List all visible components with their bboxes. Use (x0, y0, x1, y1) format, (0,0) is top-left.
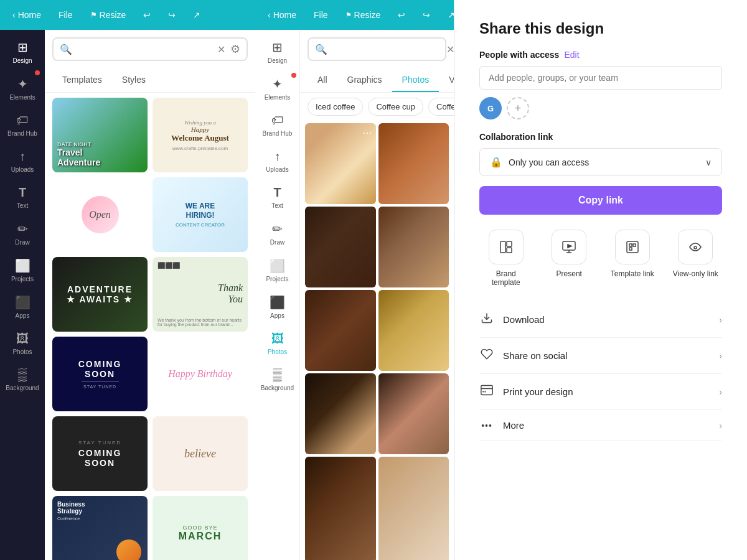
uploads-icon: ↑ (275, 149, 281, 164)
template-card[interactable]: GOOD BYE MARCH (153, 496, 248, 560)
svg-rect-12 (481, 386, 492, 395)
middle-home-button[interactable]: ‹ Home (263, 7, 301, 22)
access-dropdown[interactable]: 🔒 Only you can access ∨ (479, 148, 722, 176)
more-label: More (503, 420, 710, 431)
add-user-button[interactable]: + (507, 97, 529, 119)
middle-resize-button[interactable]: ⚑ Resize (341, 7, 386, 22)
chevron-left-icon: ‹ (268, 10, 271, 20)
left-undo-button[interactable]: ↩ (138, 7, 156, 22)
mid-sidebar-text[interactable]: T Text (258, 180, 298, 214)
edit-link[interactable]: Edit (564, 50, 579, 60)
mid-sidebar-uploads[interactable]: ↑ Uploads (258, 144, 298, 178)
middle-clear-icon[interactable]: ✕ (446, 44, 454, 55)
sidebar-item-uploads[interactable]: ↑ Uploads (2, 144, 42, 178)
template-grid: DATE NIGHT Travel Adventure Wishing you … (45, 93, 255, 560)
coffee-photo[interactable] (305, 373, 376, 454)
view-only-icon (678, 230, 713, 264)
view-only-label: View-only link (673, 269, 718, 278)
mid-sidebar-photos[interactable]: 🖼 Photos (258, 327, 298, 360)
template-card[interactable]: believe (153, 416, 248, 491)
middle-search-input[interactable]: coffee (332, 44, 441, 54)
mid-sidebar-design[interactable]: ⊞ Design (258, 35, 298, 69)
sidebar-item-projects[interactable]: ⬜ Projects (2, 253, 42, 287)
tab-templates[interactable]: Templates (52, 68, 112, 92)
mid-sidebar-apps[interactable]: ⬛ Apps (258, 290, 298, 324)
middle-file-button[interactable]: File (309, 7, 333, 22)
coffee-photo[interactable] (378, 290, 449, 371)
share-option-view-only[interactable]: View-only link (669, 230, 723, 287)
sidebar-item-design[interactable]: ⊞ Design (2, 35, 42, 69)
mid-sidebar-projects[interactable]: ⬜ Projects (258, 253, 298, 287)
sidebar-item-brand-hub[interactable]: 🏷 Brand Hub (2, 108, 42, 142)
sidebar-item-apps[interactable]: ⬛ Apps (2, 290, 42, 324)
sidebar-item-text[interactable]: T Text (2, 180, 42, 214)
template-card[interactable]: COMINGSOON STAY TUNED (52, 337, 148, 411)
tab-videos[interactable]: Videos (439, 68, 454, 92)
left-home-button[interactable]: ‹ Home (7, 7, 46, 22)
projects-icon: ⬜ (15, 258, 31, 273)
tab-graphics[interactable]: Graphics (337, 68, 392, 92)
left-filter-icon[interactable]: ⚙ (230, 42, 240, 56)
more-icon[interactable]: ⋯ (362, 127, 372, 139)
share-option-template-link[interactable]: Template link (606, 230, 659, 287)
template-card[interactable]: ADVENTURE★ AWAITS ★ (52, 257, 148, 332)
middle-search-bar: 🔍 coffee ✕ ⚙ (308, 37, 446, 61)
template-card[interactable]: BusinessStrategyConference (52, 496, 148, 560)
tab-all[interactable]: All (308, 68, 337, 92)
left-search-input[interactable]: poster (77, 44, 212, 54)
coffee-photo[interactable] (378, 123, 449, 204)
coffee-photo[interactable] (305, 207, 376, 287)
template-card[interactable]: WE AREHIRING! CONTENT CREATOR (153, 177, 248, 252)
template-card[interactable]: Happy Birthday (153, 337, 248, 411)
resize-icon: ⚑ (90, 11, 97, 19)
template-link-label: Template link (611, 269, 654, 278)
action-more[interactable]: ••• More › (479, 410, 722, 441)
left-file-button[interactable]: File (54, 7, 78, 22)
middle-redo-button[interactable]: ↪ (418, 7, 435, 22)
share-option-brand-template[interactable]: Brandtemplate (479, 230, 533, 287)
avatar-row: G + (479, 97, 722, 119)
left-share-button[interactable]: ↗ (188, 7, 205, 22)
elements-badge (291, 73, 296, 78)
tab-photos[interactable]: Photos (392, 68, 439, 92)
sidebar-item-elements[interactable]: ✦ Elements (2, 72, 42, 106)
mid-sidebar-brand[interactable]: 🏷 Brand Hub (258, 108, 298, 142)
mid-sidebar-elements[interactable]: ✦ Elements (258, 72, 298, 106)
sidebar-item-photos[interactable]: 🖼 Photos (2, 327, 42, 360)
coffee-photo[interactable] (378, 373, 449, 454)
template-card[interactable]: Wishing you a Happy Welcome August www.c… (153, 98, 248, 172)
action-download[interactable]: Download › (479, 302, 722, 338)
action-print[interactable]: Print your design › (479, 374, 722, 410)
left-clear-icon[interactable]: ✕ (217, 44, 225, 55)
middle-share-button[interactable]: ↗ (443, 7, 454, 22)
people-access-label: People with access (479, 50, 559, 60)
mid-sidebar-draw[interactable]: ✏ Draw (258, 217, 298, 251)
coffee-photo[interactable] (378, 207, 449, 287)
action-share-social[interactable]: Share on social › (479, 338, 722, 374)
coffee-photo[interactable] (305, 457, 376, 560)
share-social-chevron: › (719, 351, 722, 361)
left-redo-button[interactable]: ↪ (163, 7, 181, 22)
coffee-photo[interactable]: ⋯ (305, 123, 376, 204)
chip-coffee-cup[interactable]: Coffee cup (368, 98, 423, 116)
add-people-input[interactable] (479, 66, 722, 90)
sidebar-item-background[interactable]: ▒ Background (2, 363, 42, 396)
text-icon: T (19, 185, 26, 200)
template-card[interactable]: ⬛⬛⬛ ThankYou We thank you from the botto… (153, 257, 248, 332)
template-card[interactable]: Open (52, 177, 148, 252)
share-panel: Share this design People with access Edi… (454, 0, 747, 560)
template-card[interactable]: STAY TUNED COMINGSOON (52, 416, 148, 491)
coffee-photo[interactable] (305, 290, 376, 371)
template-card[interactable]: DATE NIGHT Travel Adventure (52, 98, 148, 172)
share-option-present[interactable]: Present (543, 230, 596, 287)
chip-coffee-beans[interactable]: Coffee beans (428, 98, 454, 116)
copy-link-button[interactable]: Copy link (479, 186, 722, 215)
text-icon: T (273, 185, 281, 200)
sidebar-item-draw[interactable]: ✏ Draw (2, 217, 42, 251)
coffee-photo[interactable] (378, 457, 449, 560)
chip-iced-coffee[interactable]: Iced coffee (308, 98, 363, 116)
middle-undo-button[interactable]: ↩ (393, 7, 410, 22)
mid-sidebar-background[interactable]: ▒ Background (258, 363, 298, 396)
left-resize-button[interactable]: ⚑ Resize (85, 7, 131, 22)
tab-styles[interactable]: Styles (112, 68, 156, 92)
